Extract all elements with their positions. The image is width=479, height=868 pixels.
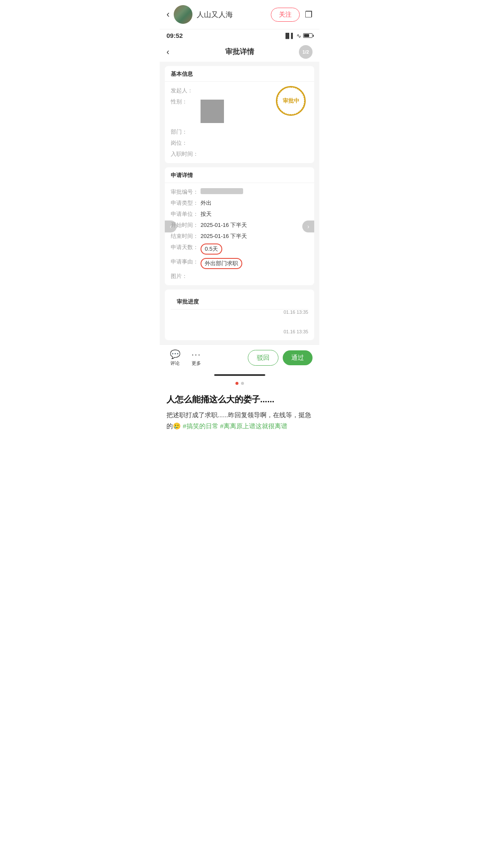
label-unit: 申请单位：	[171, 210, 201, 218]
label-joindate: 入职时间：	[171, 150, 201, 158]
label-image: 图片：	[171, 272, 201, 280]
stamp-circle: 审批中	[276, 86, 306, 116]
photo-placeholder	[201, 100, 224, 123]
info-row-type: 申请类型： 外出	[171, 198, 308, 209]
label-end: 结束时间：	[171, 232, 201, 240]
value-unit: 按天	[201, 210, 212, 218]
value-approval-num	[201, 188, 243, 194]
info-row-reason: 申请事由： 外出部门求职	[171, 256, 308, 271]
application-detail-card: 申请详情 ‹ › 审批编号： 申请类型： 外出 申请单位： 按天 开始时间： 2…	[165, 167, 314, 285]
more-button[interactable]: ··· 更多	[188, 349, 205, 367]
info-row-end: 结束时间： 2025-01-16 下半天	[171, 231, 308, 242]
value-end: 2025-01-16 下半天	[201, 232, 247, 240]
page-header: ‹ 审批详情 1/2	[160, 42, 319, 62]
post-title: 人怎么能捅这么大的娄子......	[166, 393, 313, 405]
info-row-unit: 申请单位： 按天	[171, 209, 308, 220]
progress-time-2: 01.16 13:35	[171, 329, 308, 334]
comment-icon: 💬	[170, 349, 181, 359]
label-reason: 申请事由：	[171, 258, 201, 266]
wifi-icon: ∿	[296, 32, 301, 39]
info-row-days: 申请天数： 0.5天	[171, 242, 308, 256]
signal-icon: ▐▌▌	[284, 33, 295, 39]
page-back-button[interactable]: ‹	[166, 47, 169, 57]
avatar[interactable]	[174, 5, 192, 24]
page-title: 审批详情	[225, 47, 254, 57]
approval-progress-card: 审批进度 01.16 13:35 01.16 13:35	[165, 289, 314, 340]
comment-button[interactable]: 💬 评论	[166, 349, 184, 367]
back-button[interactable]: ‹	[166, 9, 169, 20]
application-detail-title: 申请详情	[165, 167, 314, 183]
dot-2	[241, 382, 244, 385]
info-row-approval-num: 审批编号：	[171, 186, 308, 198]
basic-info-content: 发起人： 性别： 部门： 岗位： 入职时间： 审批中	[165, 82, 314, 163]
more-label: 更多	[192, 360, 201, 367]
reject-button[interactable]: 驳回	[248, 350, 278, 366]
label-position: 岗位：	[171, 139, 201, 147]
approval-stamp: 审批中	[276, 86, 306, 116]
label-initiator: 发起人：	[171, 87, 201, 95]
post-content: 人怎么能捅这么大的娄子...... 把述职打成了求职......昨回复领导啊，在…	[160, 387, 319, 437]
carousel-left-arrow[interactable]: ‹	[165, 221, 177, 232]
application-detail-rows: 审批编号： 申请类型： 外出 申请单位： 按天 开始时间： 2025-01-16…	[165, 183, 314, 285]
social-header: ‹ 人山又人海 关注 ❐	[160, 0, 319, 29]
info-row-dept: 部门：	[171, 126, 308, 138]
value-start: 2025-01-16 下半天	[201, 221, 247, 229]
basic-info-card: 基本信息 发起人： 性别： 部门： 岗位： 入职时间：	[165, 66, 314, 163]
approval-progress-title: 审批进度	[171, 294, 308, 309]
follow-button[interactable]: 关注	[271, 8, 300, 22]
value-days: 0.5天	[201, 243, 222, 255]
info-row-start: 开始时间： 2025-01-16 下半天	[171, 220, 308, 231]
username-label: 人山又人海	[197, 10, 271, 20]
page-indicator: 1/2	[299, 45, 313, 59]
dots-indicator	[160, 379, 319, 387]
more-icon: ···	[192, 349, 201, 359]
battery-icon	[303, 33, 313, 38]
progress-time-1: 01.16 13:35	[171, 309, 308, 315]
post-body: 把述职打成了求职......昨回复领导啊，在线等，挺急的🥲 #搞笑的日常 #离离…	[166, 410, 313, 431]
info-row-joindate: 入职时间：	[171, 149, 308, 160]
approve-button[interactable]: 通过	[283, 350, 313, 365]
post-tags: #搞笑的日常 #离离原上谱这就很离谱	[183, 422, 287, 430]
status-time: 09:52	[166, 32, 183, 39]
action-bar: 💬 评论 ··· 更多 驳回 通过	[160, 344, 319, 371]
share-icon[interactable]: ❐	[305, 9, 313, 20]
info-row-image: 图片：	[171, 271, 308, 282]
label-gender: 性别：	[171, 98, 201, 106]
carousel-right-arrow[interactable]: ›	[302, 221, 314, 232]
value-reason: 外出部门求职	[201, 258, 242, 269]
dot-1	[235, 382, 238, 385]
status-bar: 09:52 ▐▌▌ ∿	[160, 29, 319, 42]
status-icons: ▐▌▌ ∿	[284, 32, 313, 39]
comment-label: 评论	[170, 360, 180, 367]
label-dept: 部门：	[171, 128, 201, 136]
home-indicator	[160, 371, 319, 379]
value-type: 外出	[201, 199, 212, 207]
label-type: 申请类型：	[171, 199, 201, 207]
label-days: 申请天数：	[171, 243, 201, 251]
home-bar	[214, 374, 265, 376]
basic-info-title: 基本信息	[165, 66, 314, 82]
stamp-text: 审批中	[283, 97, 299, 105]
phone-screen: ‹ 审批详情 1/2 基本信息 发起人： 性别： 部门： 岗位： 入	[160, 42, 319, 387]
info-row-position: 岗位：	[171, 138, 308, 149]
label-approval-num: 审批编号：	[171, 188, 201, 196]
